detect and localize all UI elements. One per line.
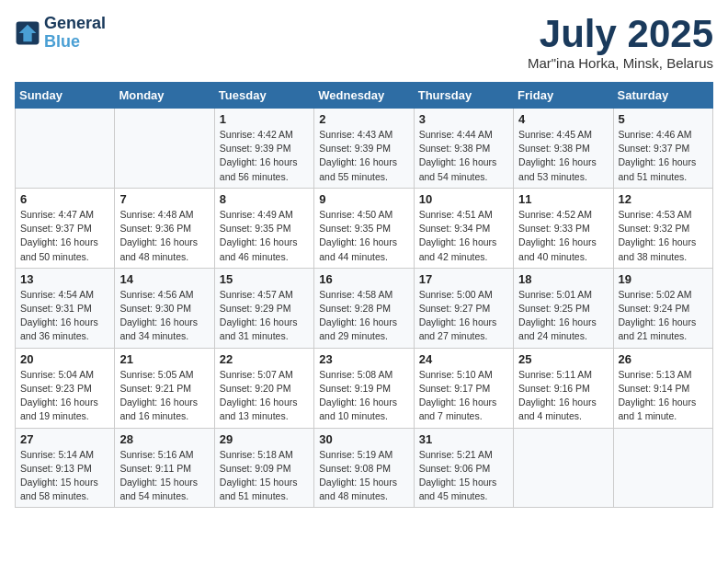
- day-info: Sunrise: 4:43 AM Sunset: 9:39 PM Dayligh…: [319, 128, 408, 184]
- day-number: 14: [119, 272, 209, 286]
- table-row: 3Sunrise: 4:44 AM Sunset: 9:38 PM Daylig…: [414, 109, 513, 189]
- header-monday: Monday: [115, 83, 214, 109]
- table-row: 26Sunrise: 5:13 AM Sunset: 9:14 PM Dayli…: [613, 348, 712, 428]
- day-number: 19: [619, 272, 708, 286]
- day-info: Sunrise: 5:01 AM Sunset: 9:25 PM Dayligh…: [518, 288, 608, 344]
- day-info: Sunrise: 4:42 AM Sunset: 9:39 PM Dayligh…: [220, 128, 309, 184]
- logo: GeneralBlue: [15, 15, 106, 52]
- day-number: 4: [518, 112, 608, 126]
- table-row: 15Sunrise: 4:57 AM Sunset: 9:29 PM Dayli…: [214, 268, 313, 348]
- day-number: 10: [419, 192, 508, 206]
- page-header: GeneralBlue July 2025 Mar"ina Horka, Min…: [15, 15, 713, 71]
- table-row: 17Sunrise: 5:00 AM Sunset: 9:27 PM Dayli…: [414, 268, 513, 348]
- day-number: 3: [419, 112, 508, 126]
- table-row: 28Sunrise: 5:16 AM Sunset: 9:11 PM Dayli…: [115, 428, 214, 508]
- day-number: 31: [419, 432, 508, 446]
- day-info: Sunrise: 5:16 AM Sunset: 9:11 PM Dayligh…: [119, 448, 209, 504]
- day-number: 1: [220, 112, 309, 126]
- day-info: Sunrise: 5:07 AM Sunset: 9:20 PM Dayligh…: [220, 368, 309, 424]
- day-info: Sunrise: 4:53 AM Sunset: 9:32 PM Dayligh…: [619, 208, 708, 264]
- logo-text: GeneralBlue: [44, 15, 106, 52]
- day-info: Sunrise: 4:47 AM Sunset: 9:37 PM Dayligh…: [20, 208, 109, 264]
- day-number: 6: [20, 192, 109, 206]
- day-info: Sunrise: 4:51 AM Sunset: 9:34 PM Dayligh…: [419, 208, 508, 264]
- table-row: 5Sunrise: 4:46 AM Sunset: 9:37 PM Daylig…: [613, 109, 712, 189]
- day-info: Sunrise: 5:13 AM Sunset: 9:14 PM Dayligh…: [619, 368, 708, 424]
- day-info: Sunrise: 4:44 AM Sunset: 9:38 PM Dayligh…: [419, 128, 508, 184]
- table-row: 8Sunrise: 4:49 AM Sunset: 9:35 PM Daylig…: [214, 188, 313, 268]
- day-info: Sunrise: 5:11 AM Sunset: 9:16 PM Dayligh…: [518, 368, 608, 424]
- table-row: 12Sunrise: 4:53 AM Sunset: 9:32 PM Dayli…: [613, 188, 712, 268]
- table-row: 10Sunrise: 4:51 AM Sunset: 9:34 PM Dayli…: [414, 188, 513, 268]
- table-row: 11Sunrise: 4:52 AM Sunset: 9:33 PM Dayli…: [514, 188, 613, 268]
- table-row: 2Sunrise: 4:43 AM Sunset: 9:39 PM Daylig…: [314, 109, 414, 189]
- day-number: 25: [518, 352, 608, 366]
- day-number: 30: [319, 432, 408, 446]
- table-row: 31Sunrise: 5:21 AM Sunset: 9:06 PM Dayli…: [414, 428, 513, 508]
- day-number: 11: [518, 192, 608, 206]
- month-title: July 2025: [528, 15, 713, 53]
- table-row: 19Sunrise: 5:02 AM Sunset: 9:24 PM Dayli…: [613, 268, 712, 348]
- table-row: [514, 428, 613, 508]
- day-info: Sunrise: 4:52 AM Sunset: 9:33 PM Dayligh…: [518, 208, 608, 264]
- day-number: 15: [220, 272, 309, 286]
- table-row: 23Sunrise: 5:08 AM Sunset: 9:19 PM Dayli…: [314, 348, 414, 428]
- day-number: 22: [220, 352, 309, 366]
- day-info: Sunrise: 5:08 AM Sunset: 9:19 PM Dayligh…: [319, 368, 408, 424]
- table-row: 24Sunrise: 5:10 AM Sunset: 9:17 PM Dayli…: [414, 348, 513, 428]
- header-tuesday: Tuesday: [214, 83, 313, 109]
- table-row: [115, 109, 214, 189]
- calendar-week-row: 27Sunrise: 5:14 AM Sunset: 9:13 PM Dayli…: [16, 428, 713, 508]
- day-info: Sunrise: 4:49 AM Sunset: 9:35 PM Dayligh…: [220, 208, 309, 264]
- calendar-week-row: 13Sunrise: 4:54 AM Sunset: 9:31 PM Dayli…: [16, 268, 713, 348]
- table-row: 25Sunrise: 5:11 AM Sunset: 9:16 PM Dayli…: [514, 348, 613, 428]
- calendar-week-row: 1Sunrise: 4:42 AM Sunset: 9:39 PM Daylig…: [16, 109, 713, 189]
- calendar-table: Sunday Monday Tuesday Wednesday Thursday…: [15, 82, 713, 508]
- day-number: 28: [119, 432, 209, 446]
- day-number: 2: [319, 112, 408, 126]
- day-number: 16: [319, 272, 408, 286]
- day-number: 26: [619, 352, 708, 366]
- logo-icon: [15, 20, 40, 46]
- table-row: 22Sunrise: 5:07 AM Sunset: 9:20 PM Dayli…: [214, 348, 313, 428]
- table-row: 18Sunrise: 5:01 AM Sunset: 9:25 PM Dayli…: [514, 268, 613, 348]
- table-row: 27Sunrise: 5:14 AM Sunset: 9:13 PM Dayli…: [16, 428, 115, 508]
- day-info: Sunrise: 4:57 AM Sunset: 9:29 PM Dayligh…: [220, 288, 309, 344]
- table-row: 20Sunrise: 5:04 AM Sunset: 9:23 PM Dayli…: [16, 348, 115, 428]
- day-info: Sunrise: 5:18 AM Sunset: 9:09 PM Dayligh…: [220, 448, 309, 504]
- table-row: 7Sunrise: 4:48 AM Sunset: 9:36 PM Daylig…: [115, 188, 214, 268]
- day-info: Sunrise: 5:10 AM Sunset: 9:17 PM Dayligh…: [419, 368, 508, 424]
- day-info: Sunrise: 5:04 AM Sunset: 9:23 PM Dayligh…: [20, 368, 109, 424]
- day-number: 7: [119, 192, 209, 206]
- day-info: Sunrise: 5:19 AM Sunset: 9:08 PM Dayligh…: [319, 448, 408, 504]
- day-number: 17: [419, 272, 508, 286]
- table-row: 14Sunrise: 4:56 AM Sunset: 9:30 PM Dayli…: [115, 268, 214, 348]
- day-info: Sunrise: 5:21 AM Sunset: 9:06 PM Dayligh…: [419, 448, 508, 504]
- header-friday: Friday: [514, 83, 613, 109]
- header-wednesday: Wednesday: [314, 83, 414, 109]
- table-row: 30Sunrise: 5:19 AM Sunset: 9:08 PM Dayli…: [314, 428, 414, 508]
- calendar-header-row: Sunday Monday Tuesday Wednesday Thursday…: [16, 83, 713, 109]
- header-saturday: Saturday: [613, 83, 712, 109]
- day-number: 5: [619, 112, 708, 126]
- day-info: Sunrise: 4:58 AM Sunset: 9:28 PM Dayligh…: [319, 288, 408, 344]
- calendar-week-row: 6Sunrise: 4:47 AM Sunset: 9:37 PM Daylig…: [16, 188, 713, 268]
- table-row: 1Sunrise: 4:42 AM Sunset: 9:39 PM Daylig…: [214, 109, 313, 189]
- title-block: July 2025 Mar"ina Horka, Minsk, Belarus: [528, 15, 713, 71]
- day-number: 18: [518, 272, 608, 286]
- day-number: 9: [319, 192, 408, 206]
- header-sunday: Sunday: [16, 83, 115, 109]
- day-number: 12: [619, 192, 708, 206]
- day-number: 27: [20, 432, 109, 446]
- calendar-week-row: 20Sunrise: 5:04 AM Sunset: 9:23 PM Dayli…: [16, 348, 713, 428]
- table-row: 16Sunrise: 4:58 AM Sunset: 9:28 PM Dayli…: [314, 268, 414, 348]
- day-number: 13: [20, 272, 109, 286]
- day-number: 24: [419, 352, 508, 366]
- day-number: 20: [20, 352, 109, 366]
- day-number: 8: [220, 192, 309, 206]
- table-row: 21Sunrise: 5:05 AM Sunset: 9:21 PM Dayli…: [115, 348, 214, 428]
- table-row: 13Sunrise: 4:54 AM Sunset: 9:31 PM Dayli…: [16, 268, 115, 348]
- day-number: 21: [119, 352, 209, 366]
- day-number: 29: [220, 432, 309, 446]
- table-row: 6Sunrise: 4:47 AM Sunset: 9:37 PM Daylig…: [16, 188, 115, 268]
